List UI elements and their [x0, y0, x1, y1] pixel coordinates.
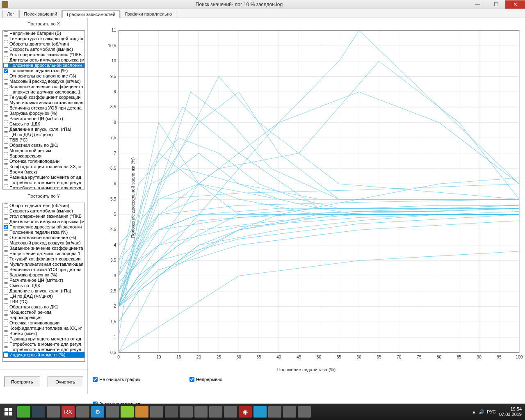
list-item[interactable]: Потребность в моменте для регул.	[3, 185, 84, 189]
list-item[interactable]: Относительное наполнение (%)	[3, 235, 84, 240]
list-item[interactable]: Давление в впуск. колл. (гПа)	[3, 127, 84, 132]
tab-Лог[interactable]: Лог	[2, 10, 18, 18]
list-checkbox[interactable]	[4, 127, 8, 132]
list-checkbox[interactable]	[4, 68, 8, 73]
list-item[interactable]: Температура охлаждающей жидкос	[3, 36, 84, 41]
system-tray[interactable]: ▲ 🔊 РУС	[468, 409, 499, 415]
list-item[interactable]: Загрузка форсунок (%)	[3, 272, 84, 278]
list-checkbox[interactable]	[4, 241, 8, 245]
y-listbox[interactable]: Обороты двигателя (об/мин)Скорость автом…	[2, 203, 85, 362]
list-checkbox[interactable]	[4, 111, 8, 116]
taskbar-icon[interactable]	[17, 406, 30, 418]
taskbar-icon[interactable]	[135, 406, 148, 418]
list-checkbox[interactable]	[4, 219, 8, 224]
list-item[interactable]: Смесь по ШДК	[3, 283, 84, 288]
list-item[interactable]: Отсечка топливоподачи	[3, 159, 84, 164]
list-checkbox[interactable]	[4, 209, 8, 213]
list-item[interactable]: Заданное значение коэффициента	[3, 84, 84, 89]
list-checkbox[interactable]	[4, 225, 8, 229]
list-checkbox[interactable]	[4, 347, 8, 352]
list-item[interactable]: Мощностной режим	[3, 310, 84, 315]
close-button[interactable]: ✕	[505, 0, 525, 9]
list-checkbox[interactable]	[4, 186, 8, 189]
list-item[interactable]: Индикаторный момент (%)	[3, 352, 84, 358]
list-item[interactable]: Скорость автомобиля (км/час)	[3, 47, 84, 52]
list-checkbox[interactable]	[4, 230, 8, 235]
list-item[interactable]: ТВВ (°С)	[3, 299, 84, 304]
taskbar-icon[interactable]	[180, 406, 193, 418]
list-checkbox[interactable]	[4, 315, 8, 320]
list-checkbox[interactable]	[4, 267, 8, 272]
list-item[interactable]: Потребность в моменте для регул.	[3, 342, 84, 347]
list-checkbox[interactable]	[4, 95, 8, 100]
clear-button[interactable]: Очистить	[48, 377, 84, 387]
tab-Поиск значений[interactable]: Поиск значений	[19, 10, 62, 18]
list-item[interactable]: Угол опережения зажигания (°ПКВ	[3, 214, 84, 219]
list-item[interactable]: Текущий коэффициент коррекции	[3, 95, 84, 100]
maximize-button[interactable]: ☐	[487, 0, 505, 9]
list-checkbox[interactable]	[4, 31, 8, 36]
list-checkbox[interactable]	[4, 132, 8, 137]
list-item[interactable]: Заданное значение коэффициента	[3, 246, 84, 251]
list-item[interactable]: Положение дроссельной заслонки	[3, 224, 84, 230]
option-no-clear[interactable]: Не очищать график	[93, 377, 140, 382]
list-item[interactable]: Длительность импульса впрыска (м	[3, 219, 84, 224]
list-checkbox[interactable]	[4, 353, 8, 357]
taskbar-icon[interactable]: RX	[62, 406, 75, 418]
list-item[interactable]: Расчитанное ЦН (мг/такт)	[3, 116, 84, 121]
option-continuous[interactable]: Непрерывно	[189, 377, 222, 382]
list-item[interactable]: Мощностной режим	[3, 148, 84, 153]
list-item[interactable]: Загрузка форсунок (%)	[3, 111, 84, 116]
list-checkbox[interactable]	[4, 321, 8, 325]
list-checkbox[interactable]	[4, 42, 8, 46]
list-item[interactable]: Относительное наполнение (%)	[3, 73, 84, 79]
list-item[interactable]: Барокоррекция	[3, 315, 84, 320]
tray-icon[interactable]: ▲	[472, 409, 476, 414]
list-checkbox[interactable]	[4, 74, 8, 78]
list-checkbox[interactable]	[4, 273, 8, 277]
list-checkbox[interactable]	[4, 79, 8, 84]
list-item[interactable]: Обратная связь по ДК1	[3, 143, 84, 148]
taskbar-icon[interactable]	[76, 406, 89, 418]
taskbar-icon[interactable]	[165, 406, 178, 418]
list-item[interactable]: Положение педали газа (%)	[3, 230, 84, 235]
tray-icon[interactable]: 🔊	[479, 409, 484, 415]
build-button[interactable]: Построить	[4, 377, 40, 387]
list-checkbox[interactable]	[4, 305, 8, 309]
list-item[interactable]: Время (мсек)	[3, 331, 84, 336]
list-item[interactable]: Давление в впуск. колл. (гПа)	[3, 288, 84, 294]
list-item[interactable]: Напряжение датчика кислорода 1	[3, 89, 84, 95]
list-item[interactable]: Напряжение батареи (В)	[3, 31, 84, 36]
list-checkbox[interactable]	[4, 170, 8, 174]
list-checkbox[interactable]	[4, 289, 8, 293]
list-checkbox[interactable]	[4, 251, 8, 256]
taskbar-icon[interactable]	[194, 406, 208, 418]
taskbar-icon[interactable]	[106, 406, 119, 418]
list-checkbox[interactable]	[4, 310, 8, 315]
start-button[interactable]	[0, 404, 16, 420]
list-checkbox[interactable]	[4, 294, 8, 299]
list-item[interactable]: ЦН по ДАД (мг/цикл)	[3, 294, 84, 299]
list-checkbox[interactable]	[4, 52, 8, 57]
taskbar-icon[interactable]	[298, 406, 311, 418]
list-checkbox[interactable]	[4, 262, 8, 267]
taskbar-icon[interactable]	[121, 406, 134, 418]
list-checkbox[interactable]	[4, 63, 8, 68]
list-item[interactable]: Разница крутящего момента от ад.	[3, 175, 84, 180]
list-checkbox[interactable]	[4, 331, 8, 336]
list-item[interactable]: ТВВ (°С)	[3, 137, 84, 143]
list-checkbox[interactable]	[4, 154, 8, 158]
list-checkbox[interactable]	[4, 100, 8, 105]
list-item[interactable]: Величина отскока УОЗ при детона	[3, 105, 84, 111]
list-checkbox[interactable]	[4, 214, 8, 219]
list-item[interactable]: Смесь по ШДК	[3, 121, 84, 127]
taskbar-icon[interactable]	[209, 406, 222, 418]
list-checkbox[interactable]	[4, 164, 8, 169]
taskbar-icon[interactable]	[224, 406, 237, 418]
list-item[interactable]: Величина отскока УОЗ при детона	[3, 267, 84, 272]
list-checkbox[interactable]	[4, 278, 8, 283]
list-item[interactable]: Скорость автомобиля (км/час)	[3, 208, 84, 214]
taskbar-icon[interactable]	[32, 406, 45, 418]
taskbar-icon[interactable]	[283, 406, 296, 418]
list-checkbox[interactable]	[4, 143, 8, 148]
